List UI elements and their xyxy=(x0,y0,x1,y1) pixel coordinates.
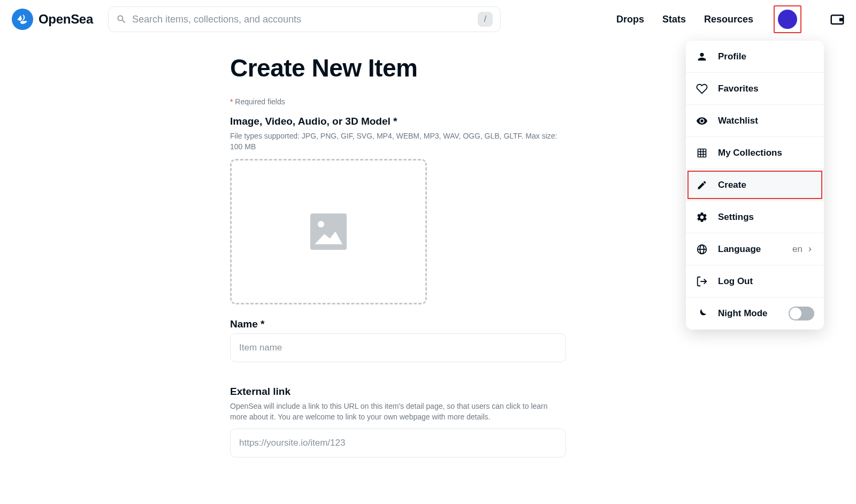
create-item-form: Create New Item * Required fields Image,… xyxy=(230,54,566,471)
page-title: Create New Item xyxy=(230,54,566,82)
menu-label: Night Mode xyxy=(718,308,768,319)
grid-icon xyxy=(696,148,708,158)
media-label: Image, Video, Audio, or 3D Model * xyxy=(230,116,566,127)
pencil-icon xyxy=(696,180,708,190)
menu-label: Log Out xyxy=(718,276,753,287)
name-label: Name * xyxy=(230,318,566,330)
menu-my-collections[interactable]: My Collections xyxy=(686,137,824,169)
brand-logo-link[interactable]: OpenSea xyxy=(12,9,93,30)
eye-icon xyxy=(696,115,708,127)
menu-label: Language xyxy=(718,244,761,255)
menu-language[interactable]: Language en xyxy=(686,233,824,265)
required-text: Required fields xyxy=(235,97,285,106)
menu-watchlist[interactable]: Watchlist xyxy=(686,105,824,137)
media-dropzone[interactable] xyxy=(230,159,427,304)
search-shortcut-badge: / xyxy=(478,12,493,27)
menu-create[interactable]: Create xyxy=(686,169,824,201)
globe-icon xyxy=(696,243,708,255)
menu-label: Profile xyxy=(718,51,746,62)
chevron-right-icon xyxy=(806,245,814,254)
menu-label: Create xyxy=(718,180,746,190)
required-note: * Required fields xyxy=(230,97,566,106)
heart-icon xyxy=(696,83,708,95)
nav-drops[interactable]: Drops xyxy=(616,14,644,25)
menu-settings[interactable]: Settings xyxy=(686,201,824,233)
night-mode-toggle[interactable] xyxy=(789,307,814,320)
nav-links: Drops Stats Resources xyxy=(616,5,845,33)
media-help: File types supported: JPG, PNG, GIF, SVG… xyxy=(230,131,566,152)
external-link-label: External link xyxy=(230,386,566,398)
menu-profile[interactable]: Profile xyxy=(686,41,824,73)
nav-resources[interactable]: Resources xyxy=(704,14,753,25)
brand-name: OpenSea xyxy=(39,12,93,27)
wallet-icon xyxy=(829,11,845,27)
svg-point-2 xyxy=(840,19,842,20)
language-value: en xyxy=(792,244,802,255)
opensea-logo-icon xyxy=(12,9,33,30)
image-placeholder-icon xyxy=(310,213,347,250)
language-value-wrap: en xyxy=(792,244,814,255)
menu-label: Favorites xyxy=(718,83,759,94)
menu-logout[interactable]: Log Out xyxy=(686,265,824,297)
search-input[interactable] xyxy=(132,14,472,25)
svg-rect-3 xyxy=(698,149,706,157)
menu-label: My Collections xyxy=(718,148,782,158)
external-link-help: OpenSea will include a link to this URL … xyxy=(230,401,566,423)
search-icon xyxy=(116,14,127,25)
avatar-highlight xyxy=(774,5,801,33)
avatar[interactable] xyxy=(778,10,797,29)
nav-stats[interactable]: Stats xyxy=(662,14,686,25)
menu-label: Settings xyxy=(718,212,754,223)
person-icon xyxy=(696,51,708,63)
header: OpenSea / Drops Stats Resources xyxy=(0,0,856,39)
wallet-button[interactable] xyxy=(829,11,845,27)
name-input[interactable] xyxy=(230,333,566,362)
gear-icon xyxy=(696,211,708,223)
logout-icon xyxy=(696,276,708,287)
external-link-input[interactable] xyxy=(230,429,566,457)
menu-label: Watchlist xyxy=(718,116,758,126)
menu-night-mode[interactable]: Night Mode xyxy=(686,297,824,330)
search-bar[interactable]: / xyxy=(108,6,501,32)
menu-favorites[interactable]: Favorites xyxy=(686,73,824,105)
moon-icon xyxy=(696,308,708,319)
required-star: * xyxy=(230,97,233,106)
account-dropdown: Profile Favorites Watchlist My Collectio… xyxy=(686,41,824,330)
